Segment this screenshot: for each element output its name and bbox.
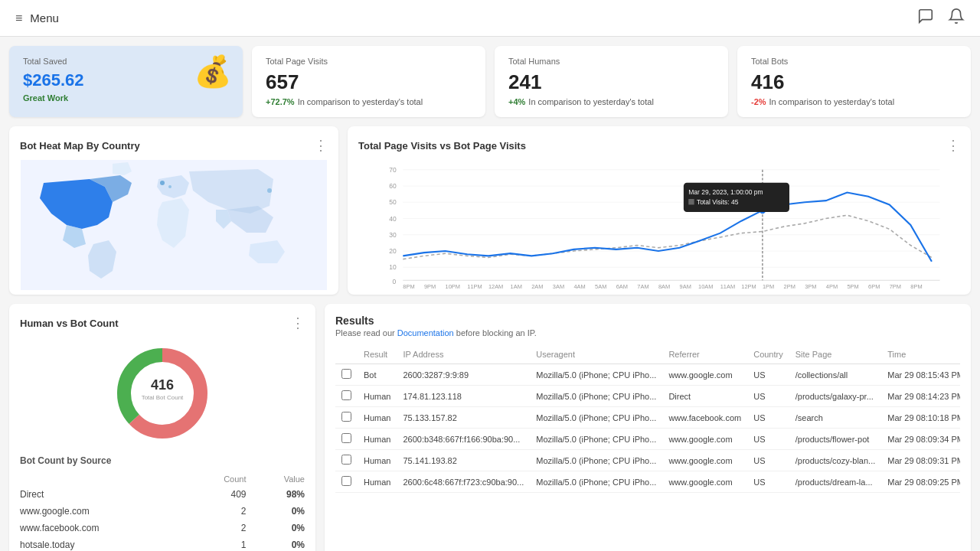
svg-rect-47: [684, 183, 789, 212]
source-count: 2: [184, 503, 262, 520]
row-time: Mar 29 08:14:23 PM: [881, 386, 960, 407]
bot-panel-menu-icon[interactable]: ⋮: [291, 315, 305, 331]
col-checkbox: [335, 345, 358, 364]
svg-text:5AM: 5AM: [595, 283, 606, 290]
svg-text:10: 10: [389, 263, 397, 271]
row-checkbox[interactable]: [341, 433, 351, 443]
card-bots-footer-text: In comparison to yesterday's total: [769, 97, 895, 106]
charts-row: Bot Heat Map By Country ⋮: [9, 126, 971, 295]
svg-text:Mar 29, 2023, 1:00:00 pm: Mar 29, 2023, 1:00:00 pm: [688, 188, 763, 196]
chat-icon[interactable]: [917, 8, 934, 28]
svg-text:2AM: 2AM: [531, 283, 543, 290]
row-referrer: www.google.com: [662, 450, 747, 471]
row-result: Bot: [358, 364, 397, 386]
card-visits-change: +72.7%: [266, 97, 295, 106]
svg-text:8PM: 8PM: [403, 283, 414, 290]
row-ua: Mozilla/5.0 (iPhone; CPU iPho...: [530, 364, 662, 386]
source-name: hotsale.today: [20, 536, 184, 551]
table-row: Human 174.81.123.118 Mozilla/5.0 (iPhone…: [335, 386, 960, 407]
card-humans-change: +4%: [508, 97, 525, 106]
svg-text:70: 70: [389, 166, 397, 174]
line-menu-icon[interactable]: ⋮: [946, 137, 960, 154]
row-ua: Mozilla/5.0 (iPhone; CPU iPho...: [530, 471, 662, 493]
svg-text:11AM: 11AM: [720, 283, 735, 290]
bot-panel-title: Human vs Bot Count: [20, 318, 119, 329]
results-table-scroll[interactable]: Result IP Address Useragent Referrer Cou…: [335, 345, 960, 493]
money-bag-icon: 💰: [194, 54, 232, 90]
row-checkbox-cell: [335, 429, 358, 450]
row-ip: 75.141.193.82: [397, 450, 530, 471]
card-visits-value: 657: [266, 70, 472, 94]
svg-point-1: [160, 181, 165, 185]
svg-text:Total Bot Count: Total Bot Count: [142, 394, 184, 401]
bell-icon[interactable]: [948, 8, 965, 28]
line-chart-header: Total Page Visits vs Bot Page Visits ⋮: [358, 137, 960, 154]
row-page: /search: [789, 407, 882, 429]
card-visits-footer-text: In comparison to yesterday's total: [298, 97, 423, 106]
results-note-suffix: before blocking an IP.: [456, 328, 537, 337]
row-checkbox[interactable]: [341, 412, 351, 422]
map-chart-header: Bot Heat Map By Country ⋮: [20, 137, 328, 154]
source-count: 409: [184, 486, 262, 503]
row-ua: Mozilla/5.0 (iPhone; CPU iPho...: [530, 386, 662, 407]
svg-text:12AM: 12AM: [488, 283, 503, 290]
col-country: Country: [747, 345, 789, 364]
row-country: US: [747, 364, 789, 386]
svg-text:3PM: 3PM: [805, 283, 816, 290]
row-checkbox-cell: [335, 471, 358, 493]
menu-icon[interactable]: ≡: [15, 11, 22, 25]
card-humans-footer-text: In comparison to yesterday's total: [528, 97, 654, 106]
table-row: Human 2600:b348:667f:f166:90ba:90... Moz…: [335, 429, 960, 450]
card-humans-value: 241: [508, 70, 714, 94]
row-referrer: Direct: [662, 386, 747, 407]
source-name: www.facebook.com: [20, 520, 184, 536]
card-total-saved: Total Saved $265.62 Great Work 💰: [9, 46, 243, 117]
row-time: Mar 29 08:10:18 PM: [881, 407, 960, 429]
line-chart-svg: 70 60 50 40 30 20 10 0: [358, 160, 960, 290]
map-menu-icon[interactable]: ⋮: [314, 137, 328, 154]
svg-text:40: 40: [389, 215, 397, 223]
world-map-svg: [20, 160, 328, 290]
results-title: Results: [335, 315, 960, 327]
bot-source-row: Direct 409 98%: [20, 486, 305, 503]
header-right: [917, 8, 965, 28]
results-table: Result IP Address Useragent Referrer Cou…: [335, 345, 960, 493]
donut-chart-wrapper: 416 Total Bot Count: [20, 344, 305, 443]
card-bots-value: 416: [751, 70, 957, 94]
source-col-header: [20, 472, 184, 486]
row-referrer: www.google.com: [662, 429, 747, 450]
table-row: Human 75.141.193.82 Mozilla/5.0 (iPhone;…: [335, 450, 960, 471]
svg-point-2: [168, 185, 172, 188]
value-col-header: Value: [262, 472, 305, 486]
row-ip: 2600:3287:9:9:89: [397, 364, 530, 386]
row-time: Mar 29 08:09:25 PM: [881, 471, 960, 493]
row-result: Human: [358, 450, 397, 471]
donut-chart-svg: 416 Total Bot Count: [113, 344, 212, 443]
bot-source-row: www.facebook.com 2 0%: [20, 520, 305, 536]
source-count: 1: [184, 536, 262, 551]
row-page: /collections/all: [789, 364, 882, 386]
source-value: 0%: [262, 536, 305, 551]
svg-text:5PM: 5PM: [847, 283, 858, 290]
col-ip: IP Address: [397, 345, 530, 364]
results-note: Please read our Documentation before blo…: [335, 328, 960, 337]
results-doc-link[interactable]: Documentation: [397, 328, 454, 337]
svg-text:Total Visits: 45: Total Visits: 45: [697, 198, 739, 206]
svg-text:30: 30: [389, 231, 397, 239]
bot-source-table: Count Value Direct 409 98% www.google.co…: [20, 472, 305, 551]
col-result: Result: [358, 345, 397, 364]
source-count: 2: [184, 520, 262, 536]
row-checkbox[interactable]: [341, 390, 351, 400]
svg-text:12PM: 12PM: [741, 283, 756, 290]
svg-text:10PM: 10PM: [446, 283, 460, 290]
svg-text:0: 0: [393, 278, 397, 285]
row-checkbox[interactable]: [341, 455, 351, 465]
line-chart-title: Total Page Visits vs Bot Page Visits: [358, 140, 526, 152]
row-checkbox[interactable]: [341, 369, 351, 379]
row-checkbox[interactable]: [341, 476, 351, 486]
svg-text:9PM: 9PM: [424, 283, 436, 290]
row-ua: Mozilla/5.0 (iPhone; CPU iPho...: [530, 407, 662, 429]
row-result: Human: [358, 471, 397, 493]
svg-text:9AM: 9AM: [680, 283, 691, 290]
card-bots-change: -2%: [751, 97, 766, 106]
